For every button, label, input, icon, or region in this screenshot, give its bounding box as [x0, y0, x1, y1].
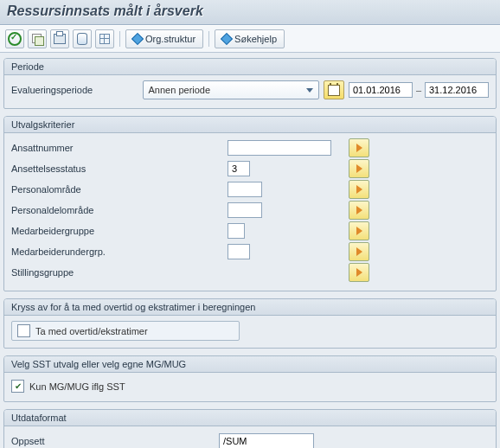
- criteria-label: Ansattnummer: [11, 143, 228, 153]
- criteria-label: Medarbeidergruppe: [11, 226, 228, 236]
- multiple-selection-button[interactable]: [349, 138, 369, 157]
- group-utvalg: Utvalgskriterier AnsattnummerAnsettelses…: [3, 116, 497, 291]
- eval-period-value: Annen periode: [149, 85, 211, 95]
- toolbar: Org.struktur Søkehjelp: [0, 25, 500, 53]
- group-header-utvalg: Utvalgskriterier: [4, 117, 496, 133]
- search-help-button[interactable]: Søkehjelp: [215, 29, 285, 48]
- org-structure-label: Org.struktur: [145, 34, 196, 44]
- title-bar: Ressursinnsats målt i årsverk: [0, 0, 500, 25]
- arrow-right-icon: [356, 268, 362, 277]
- eval-period-label: Evalueringsperiode: [11, 85, 143, 95]
- criteria-row: Medarbeiderundergrp.: [11, 242, 489, 261]
- criteria-input[interactable]: [228, 140, 331, 156]
- arrow-right-icon: [356, 247, 362, 256]
- group-overtid: Kryss av for å ta med overtid og ekstrat…: [3, 298, 497, 349]
- group-periode: Periode Evalueringsperiode Annen periode…: [3, 58, 497, 109]
- sst-label: Kun MG/MUG iflg SST: [29, 381, 125, 392]
- criteria-row: Personaldelområde: [11, 201, 489, 220]
- group-sst: Velg SST utvalg eller velg egne MG/MUG K…: [3, 355, 497, 402]
- sst-checkbox[interactable]: [11, 380, 24, 393]
- criteria-row: Personalområde: [11, 180, 489, 199]
- group-header-utdata: Utdataformat: [4, 410, 496, 426]
- save-button[interactable]: [73, 29, 92, 48]
- date-from-input[interactable]: [349, 82, 413, 98]
- arrow-right-icon: [356, 185, 362, 194]
- criteria-input[interactable]: [228, 223, 245, 239]
- print-button[interactable]: [50, 29, 69, 48]
- criteria-label: Personalområde: [11, 184, 228, 195]
- overtid-checkbox[interactable]: [17, 324, 30, 337]
- criteria-row: Ansattnummer: [11, 138, 489, 157]
- execute-icon: [8, 32, 22, 46]
- criteria-input[interactable]: [228, 202, 262, 218]
- arrow-right-icon: [356, 144, 362, 152]
- diamond-icon: [131, 33, 144, 45]
- search-help-label: Søkehjelp: [234, 34, 277, 44]
- calendar-icon: [328, 85, 340, 96]
- eval-period-select[interactable]: Annen periode: [143, 80, 319, 99]
- multiple-selection-button[interactable]: [349, 221, 369, 240]
- multiple-selection-button[interactable]: [349, 180, 369, 199]
- overtid-label: Ta med overtid/ekstratimer: [35, 326, 148, 336]
- grid-icon: [99, 34, 110, 44]
- diamond-icon: [221, 33, 233, 45]
- criteria-label: Stillingsgruppe: [11, 267, 228, 278]
- criteria-row: Stillingsgruppe: [11, 263, 489, 282]
- multiple-selection-button[interactable]: [349, 201, 369, 220]
- criteria-row: Medarbeidergruppe: [11, 221, 489, 240]
- date-dash: –: [416, 85, 421, 95]
- variant-button[interactable]: [28, 29, 47, 48]
- multiple-selection-button[interactable]: [349, 242, 369, 261]
- oppsett-input[interactable]: [219, 433, 314, 448]
- variant-icon: [32, 34, 42, 44]
- grid-button[interactable]: [95, 29, 114, 48]
- toolbar-separator: [119, 31, 120, 47]
- calendar-button[interactable]: [324, 80, 343, 99]
- toolbar-separator: [208, 31, 209, 47]
- criteria-label: Medarbeiderundergrp.: [11, 246, 228, 257]
- arrow-right-icon: [356, 206, 362, 214]
- group-header-overtid: Kryss av for å ta med overtid og ekstrat…: [4, 299, 496, 316]
- arrow-right-icon: [356, 164, 362, 173]
- print-icon: [54, 34, 66, 44]
- oppsett-label: Oppsett: [11, 436, 219, 446]
- criteria-input[interactable]: [228, 161, 250, 176]
- criteria-label: Personaldelområde: [11, 205, 228, 215]
- group-utdata: Utdataformat Oppsett: [3, 409, 497, 448]
- criteria-label: Ansettelsesstatus: [11, 163, 228, 174]
- execute-button[interactable]: [5, 29, 24, 48]
- criteria-input[interactable]: [228, 244, 250, 259]
- multiple-selection-button[interactable]: [349, 159, 369, 178]
- database-icon: [77, 33, 87, 45]
- criteria-input[interactable]: [228, 182, 262, 197]
- overtid-container: Ta med overtid/ekstratimer: [11, 321, 240, 341]
- page-title: Ressursinnsats målt i årsverk: [7, 3, 203, 18]
- criteria-row: Ansettelsesstatus: [11, 159, 489, 178]
- multiple-selection-button[interactable]: [349, 263, 369, 282]
- date-to-input[interactable]: [425, 82, 489, 98]
- org-structure-button[interactable]: Org.struktur: [125, 29, 203, 48]
- arrow-right-icon: [356, 227, 362, 235]
- group-header-periode: Periode: [4, 59, 496, 75]
- group-header-sst: Velg SST utvalg eller velg egne MG/MUG: [4, 356, 496, 373]
